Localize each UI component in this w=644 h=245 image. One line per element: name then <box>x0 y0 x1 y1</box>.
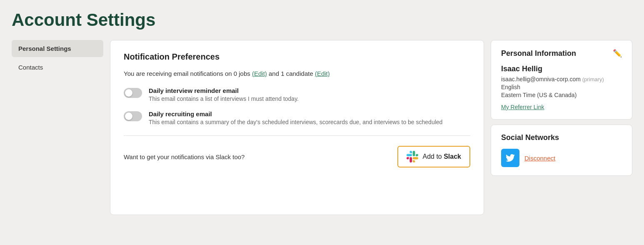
social-networks-title: Social Networks <box>501 133 622 142</box>
divider <box>124 135 470 136</box>
social-row-twitter: Disconnect <box>501 149 622 167</box>
twitter-disconnect-link[interactable]: Disconnect <box>524 155 555 162</box>
referrer-link[interactable]: My Referrer Link <box>501 104 544 110</box>
main-panel: Notification Preferences You are receivi… <box>110 40 484 215</box>
sidebar: Personal Settings Contacts <box>12 40 103 78</box>
toggle-row-daily-recruiting: Daily recruiting email This email contai… <box>124 110 470 125</box>
toggle-desc-interview: This email contains a list of interviews… <box>149 95 299 102</box>
right-column: Personal Information ✏️ Isaac Hellig isa… <box>491 40 632 176</box>
add-to-slack-label: Add to Slack <box>422 153 461 160</box>
twitter-icon <box>501 149 519 167</box>
personal-info-header: Personal Information ✏️ <box>501 49 622 58</box>
personal-info-card: Personal Information ✏️ Isaac Hellig isa… <box>491 40 632 120</box>
personal-info-title: Personal Information <box>501 49 576 58</box>
slack-row: Want to get your notifications via Slack… <box>124 146 470 168</box>
person-email: isaac.hellig@omniva-corp.com (primary) <box>501 76 622 82</box>
notification-text: You are receiving email notifications on… <box>124 70 470 77</box>
toggle-title-interview: Daily interview reminder email <box>149 87 299 94</box>
toggle-label-group-interview: Daily interview reminder email This emai… <box>149 87 299 102</box>
toggle-thumb <box>125 89 132 97</box>
person-name: Isaac Hellig <box>501 65 622 73</box>
slack-question: Want to get your notifications via Slack… <box>124 153 245 160</box>
sidebar-item-contacts[interactable]: Contacts <box>12 59 103 76</box>
page-title: Account Settings <box>12 10 632 30</box>
toggle-thumb-2 <box>125 112 132 120</box>
daily-interview-toggle[interactable] <box>124 88 142 98</box>
edit-personal-info-icon[interactable]: ✏️ <box>613 49 622 58</box>
toggle-desc-recruiting: This email contains a summary of the day… <box>149 119 442 125</box>
toggle-label-group-recruiting: Daily recruiting email This email contai… <box>149 110 442 125</box>
slack-icon <box>407 151 418 162</box>
social-networks-card: Social Networks Disconnect <box>491 125 632 176</box>
sidebar-item-personal-settings[interactable]: Personal Settings <box>12 40 103 57</box>
add-to-slack-button[interactable]: Add to Slack <box>397 146 470 168</box>
email-primary-tag: (primary) <box>582 76 604 82</box>
person-language: English <box>501 84 622 90</box>
toggle-title-recruiting: Daily recruiting email <box>149 110 442 118</box>
edit-jobs-link[interactable]: (Edit) <box>252 70 267 77</box>
edit-candidates-link[interactable]: (Edit) <box>315 70 330 77</box>
daily-recruiting-toggle[interactable] <box>124 111 142 121</box>
section-title: Notification Preferences <box>124 52 470 62</box>
person-timezone: Eastern Time (US & Canada) <box>501 92 622 98</box>
toggle-row-daily-interview: Daily interview reminder email This emai… <box>124 87 470 102</box>
